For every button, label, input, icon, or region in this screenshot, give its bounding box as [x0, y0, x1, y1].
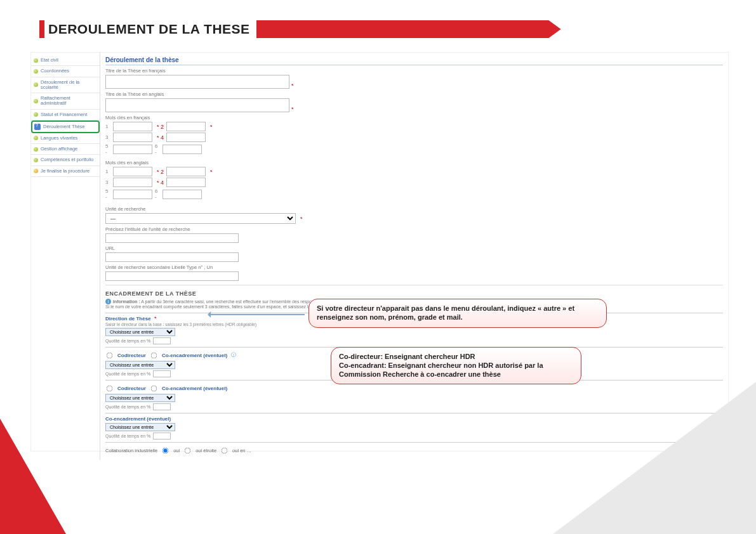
radio-collab-en[interactable]	[222, 447, 228, 453]
sidebar-item-label: Déroulement Thèse	[43, 124, 85, 129]
circle-icon	[34, 147, 38, 152]
kw-en-3[interactable]	[113, 178, 152, 187]
sidebar: Etat civil Coordonnées Déroulement de la…	[31, 53, 100, 177]
input-url[interactable]	[105, 252, 239, 262]
kw-fr-row-1: 1* 2*	[105, 122, 723, 131]
input-titre-fr[interactable]	[105, 75, 289, 89]
kw-fr-6[interactable]	[162, 145, 202, 154]
kw-en-row-2: 3* 4	[105, 178, 723, 187]
sidebar-item-etat-civil[interactable]: Etat civil	[31, 55, 100, 66]
slide-title-bar: DEROULEMENT DE LA THESE	[39, 20, 561, 38]
circle-icon	[34, 99, 38, 103]
sidebar-item-label: Compétences et portfolio	[41, 157, 93, 162]
title-ribbon	[256, 20, 561, 38]
kw-en-2[interactable]	[166, 167, 206, 176]
circle-icon	[34, 69, 38, 74]
circle-icon	[34, 82, 38, 87]
sidebar-item-rattachement[interactable]: Rattachement administratif	[31, 93, 100, 110]
radio-collab-etroite[interactable]	[185, 447, 191, 453]
label-titre-en: Titre de la Thèse en anglais	[105, 91, 723, 97]
sidebar-item-competences[interactable]: Compétences et portfolio	[31, 155, 100, 166]
select-unite[interactable]: —	[105, 213, 296, 224]
sidebar-item-deroulement-scolarite[interactable]: Déroulement de la scolarité	[31, 77, 100, 94]
input-quotite-coenc[interactable]	[153, 433, 171, 440]
kw-en-1[interactable]	[113, 167, 152, 176]
sidebar-item-statut-financement[interactable]: Statut et Financement	[31, 110, 100, 120]
callout-codirecteur: Co-directeur: Enseignant chercheur HDR C…	[331, 347, 581, 384]
sidebar-item-deroulement-these[interactable]: Déroulement Thèse	[31, 120, 100, 133]
circle-icon	[34, 158, 38, 162]
divider	[105, 285, 723, 285]
circle-icon	[34, 58, 38, 63]
quotite-row: Quotité de temps en %	[105, 337, 723, 344]
required-mark: *	[153, 315, 157, 322]
coenc-title: Co-encadrement (éventuel)	[105, 416, 171, 422]
input-unite-sec[interactable]	[105, 271, 239, 281]
kw-fr-5[interactable]	[113, 145, 152, 154]
encadrement-heading: ENCADREMENT DE LA THÈSE	[105, 290, 723, 297]
circle-icon	[34, 112, 38, 117]
label-unite-sec: Unité de recherche secondaire Libellé Ty…	[105, 264, 723, 270]
kw-fr-3[interactable]	[113, 133, 152, 142]
sidebar-item-label: Coordonnées	[41, 68, 69, 74]
radio-coencadrement-2[interactable]	[151, 385, 157, 391]
kw-fr-1[interactable]	[113, 122, 152, 131]
kw-en-row-3: 5 -6 -	[105, 188, 723, 200]
radio-coencadrement-1[interactable]	[151, 352, 157, 358]
required-mark: *	[291, 82, 294, 89]
sidebar-item-label: Langues vivantes	[41, 136, 77, 141]
input-quotite-codir2[interactable]	[153, 403, 171, 410]
label-unite-precise: Précisez l'intitulé de l'unité de recher…	[105, 226, 723, 232]
input-unite-precise[interactable]	[105, 233, 239, 243]
arrow-icon	[209, 314, 305, 315]
kw-en-row-1: 1* 2*	[105, 167, 723, 176]
kw-en-4[interactable]	[166, 178, 206, 187]
input-quotite-dir[interactable]	[153, 337, 171, 344]
label-kw-en: Mots clés en anglais	[105, 160, 723, 166]
required-mark: *	[210, 169, 213, 175]
direction-title: Direction de Thèse	[105, 316, 151, 322]
callout-line-2: Co-encadrant: Enseignant chercheur non H…	[339, 361, 543, 378]
warn-icon	[34, 169, 38, 173]
kw-fr-2[interactable]	[166, 122, 206, 131]
callout-directeur: Si votre directeur n'apparait pas dans l…	[308, 299, 607, 328]
radio-codirecteur[interactable]	[107, 352, 113, 358]
kw-fr-row-2: 3* 4	[105, 133, 723, 142]
required-mark: *	[291, 106, 294, 112]
radio-collab-oui[interactable]	[162, 447, 169, 453]
title-red-accent	[39, 20, 44, 38]
panel-heading: Déroulement de la thèse	[105, 55, 723, 65]
kw-fr-4[interactable]	[166, 133, 206, 142]
kw-fr-row-3: 5 -6 -	[105, 143, 723, 155]
select-codirecteur[interactable]: Choisissez une entrée	[105, 361, 175, 369]
help-icon	[34, 124, 41, 130]
radio-codirecteur-2[interactable]	[107, 385, 113, 391]
callout-line-1: Co-directeur: Enseignant chercheur HDR	[339, 353, 475, 360]
label-titre-fr: Titre de la Thèse en français	[105, 68, 723, 74]
label-url: URL	[105, 245, 723, 251]
input-titre-en[interactable]	[105, 98, 289, 112]
sidebar-item-finalise[interactable]: Je finalise la procédure	[31, 166, 100, 177]
select-coenc[interactable]: Choisissez une entrée	[105, 423, 175, 431]
sidebar-item-gestion-affichage[interactable]: Gestion affichage	[31, 144, 100, 155]
kw-en-5[interactable]	[113, 190, 152, 199]
label-unite: Unité de recherche	[105, 206, 723, 212]
sidebar-item-coordonnees[interactable]: Coordonnées	[31, 66, 100, 77]
required-mark: *	[300, 216, 303, 222]
select-direction[interactable]: Choisissez une entrée	[105, 328, 175, 336]
sidebar-item-label: Rattachement administratif	[41, 96, 97, 107]
sidebar-item-label: Statut et Financement	[41, 112, 87, 117]
info-icon: i	[105, 299, 111, 304]
select-codirecteur-2[interactable]: Choisissez une entrée	[105, 394, 175, 402]
slide-title: DEROULEMENT DE LA THESE	[44, 20, 256, 38]
circle-icon	[34, 136, 38, 140]
required-mark: *	[210, 124, 213, 130]
input-quotite-codir[interactable]	[153, 370, 171, 377]
decor-grey-triangle	[553, 382, 756, 534]
kw-en-6[interactable]	[162, 190, 202, 199]
sidebar-item-label: Déroulement de la scolarité	[41, 80, 97, 91]
help-icon[interactable]: ⓘ	[231, 352, 236, 358]
sidebar-item-langues[interactable]: Langues vivantes	[31, 133, 100, 144]
callout-text: Si votre directeur n'apparait pas dans l…	[317, 304, 574, 321]
sidebar-item-label: Etat civil	[41, 58, 58, 63]
